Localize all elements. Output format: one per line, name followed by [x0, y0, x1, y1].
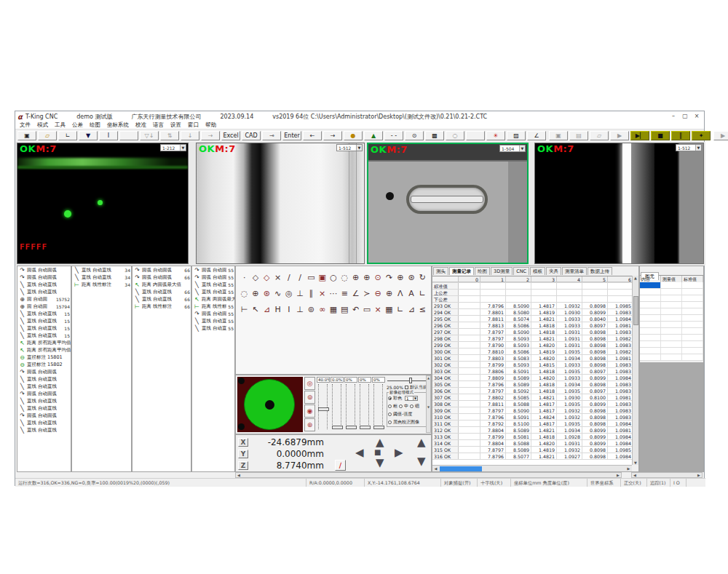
ring-light-indicator[interactable]: [237, 377, 303, 432]
list-item[interactable]: ↷圆弧自动圆弧55: [192, 274, 234, 281]
measurement-row[interactable]: 298 OK7.87978.50931.48211.09310.80981.09…: [432, 335, 632, 342]
updown-button[interactable]: ⇅: [160, 131, 179, 140]
table-tab-夹具[interactable]: 夹具: [546, 267, 561, 275]
tool-icon[interactable]: ⊛: [263, 289, 271, 298]
menu-item-校准[interactable]: 校准: [135, 121, 146, 129]
list-item[interactable]: ╲直线自动直线15: [17, 317, 71, 324]
tool-icon[interactable]: ▭: [307, 273, 315, 282]
tool-icon[interactable]: ⊕: [251, 289, 259, 298]
tool-icon[interactable]: ×: [374, 305, 382, 314]
master-light-slider[interactable]: [387, 378, 427, 383]
tool-icon[interactable]: ▦: [329, 305, 337, 314]
list-item[interactable]: ⊢距离线性标注55: [192, 303, 234, 310]
ring-select-button[interactable]: ⊚: [304, 391, 315, 404]
threshold-radio[interactable]: [388, 412, 392, 416]
measurement-row[interactable]: 301 OK7.88038.50831.48201.09340.80981.09…: [432, 355, 632, 362]
save2-button[interactable]: ▣: [549, 131, 568, 140]
list-item[interactable]: ↷圆弧自动圆弧: [17, 390, 71, 397]
list-item[interactable]: ⊖直径标注15801: [17, 354, 71, 361]
jog-down-icon[interactable]: ▼: [376, 458, 384, 467]
tool-icon[interactable]: Η: [274, 305, 282, 314]
light-panel-scrollbar[interactable]: ▲▼: [426, 375, 431, 433]
menu-item-文件[interactable]: 文件: [20, 121, 31, 129]
slider-track[interactable]: [318, 384, 328, 429]
list-item[interactable]: ╲直线自动直线55: [192, 288, 234, 295]
list-item[interactable]: ↷圆弧自动圆弧: [17, 412, 71, 419]
list-item[interactable]: ⊕圆自动圆15794: [17, 303, 71, 310]
tool-icon[interactable]: ⊖: [374, 289, 382, 298]
measurement-row[interactable]: 304 OK7.88098.50891.48201.09330.80991.09…: [432, 375, 632, 381]
list-item[interactable]: ↖距离所有距离平均值: [17, 346, 71, 354]
list-item[interactable]: ╲直线自动直线: [17, 281, 71, 288]
list-item[interactable]: ╲直线自动直线15: [17, 310, 71, 317]
list-item[interactable]: ╲直线自动直线: [17, 383, 71, 390]
jog-cross[interactable]: ▲ ▼ ◀ ▶ ■: [354, 438, 409, 470]
scroll-left-icon[interactable]: ◀: [432, 466, 439, 472]
measurement-row[interactable]: 293 OK7.87968.50901.48171.09320.80981.09…: [432, 303, 632, 309]
step-button[interactable]: ▶▏: [630, 131, 649, 140]
element-row[interactable]: [640, 295, 703, 302]
element-row[interactable]: [640, 315, 703, 322]
dash-button[interactable]: - -: [384, 131, 403, 140]
cad-button[interactable]: CAD: [242, 131, 261, 140]
tool-button[interactable]: ✦: [692, 131, 711, 140]
tool-icon[interactable]: ▤: [341, 305, 349, 314]
y-axis-button[interactable]: Y: [238, 450, 248, 458]
list-item[interactable]: ╲直线自动直线15: [17, 332, 71, 339]
list-item[interactable]: ╲直线自动直线15: [17, 324, 71, 332]
tool-icon[interactable]: ◇: [251, 273, 259, 282]
bottom-scrollbar-left[interactable]: ◀ ▶: [235, 472, 622, 478]
jog-z[interactable]: ▲ ▼: [415, 438, 430, 470]
table-tab-模板[interactable]: 模板: [530, 267, 545, 275]
list-item[interactable]: ╲直线自动直线66: [132, 295, 191, 303]
table-tab-CNC[interactable]: CNC: [513, 267, 529, 275]
list-item[interactable]: ↖距离两圆弧最大值: [192, 295, 234, 303]
pause-button[interactable]: ‖: [671, 131, 690, 140]
level-radio-细[interactable]: [410, 404, 414, 408]
slider-thumb[interactable]: [332, 426, 343, 429]
measurement-row[interactable]: 306 OK7.87978.50921.48181.09350.80971.09…: [432, 388, 632, 394]
list-item[interactable]: ↷圆弧自动圆弧: [17, 368, 71, 375]
tool-icon[interactable]: ⊕: [396, 273, 404, 282]
ring-select-button[interactable]: ◉: [304, 404, 315, 418]
x-axis-button[interactable]: X: [238, 438, 248, 447]
tool-icon[interactable]: ▭: [363, 305, 371, 314]
measurement-row[interactable]: 302 OK7.87998.50931.48151.09330.80981.09…: [432, 362, 632, 368]
measurement-row[interactable]: 309 OK7.87978.50901.48171.09320.80981.09…: [432, 407, 632, 414]
probe-down-button[interactable]: ▽↓: [140, 131, 159, 140]
tool-icon[interactable]: ⊥: [296, 289, 304, 298]
stop-button[interactable]: ■: [651, 131, 670, 140]
scroll-thumb[interactable]: [440, 466, 482, 471]
element-row[interactable]: [640, 341, 703, 348]
tool-icon[interactable]: ≤: [419, 305, 427, 314]
element-row[interactable]: [640, 322, 703, 328]
light-slider[interactable]: 0%: [358, 377, 371, 434]
menu-item-帮助[interactable]: 帮助: [205, 121, 216, 129]
black-image-radio[interactable]: [388, 420, 392, 424]
list-item[interactable]: ╲直线自动直线: [17, 426, 71, 434]
menu-item-坐标系统[interactable]: 坐标系统: [107, 121, 129, 129]
tool-icon[interactable]: ∕: [296, 273, 304, 282]
measurement-row[interactable]: 303 OK7.88068.50911.48181.09350.80971.09…: [432, 368, 632, 375]
tool-icon[interactable]: ⋯: [329, 289, 337, 298]
table-horizontal-scrollbar[interactable]: ◀ ▶: [432, 465, 632, 471]
element-row[interactable]: [640, 335, 703, 341]
slider-thumb[interactable]: [346, 426, 357, 429]
list-item[interactable]: ╲直线自动直线: [17, 404, 71, 412]
list-item[interactable]: ↖距离所有距离平均值: [17, 339, 71, 346]
list-item[interactable]: ⊖直径标注15802: [17, 361, 71, 368]
down-button[interactable]: ↓: [181, 131, 199, 140]
level-select[interactable]: 1▼: [405, 396, 418, 401]
scroll-left-icon[interactable]: ◀: [236, 473, 242, 478]
light-slider[interactable]: 0.0%: [331, 377, 344, 434]
menu-item-工具[interactable]: 工具: [55, 121, 66, 129]
menu-item-绘图[interactable]: 绘图: [90, 121, 100, 129]
scroll-right-icon[interactable]: ▶: [696, 473, 702, 478]
measurement-row[interactable]: 300 OK7.88108.50861.48191.09350.80981.09…: [432, 348, 632, 355]
camera-view-2[interactable]: OKM:7 1-512▼: [196, 143, 365, 264]
tool-icon[interactable]: A: [407, 289, 415, 298]
tool-icon[interactable]: ∞: [318, 305, 326, 314]
color-radio[interactable]: [388, 396, 392, 400]
element-row[interactable]: [640, 308, 703, 315]
enter-button[interactable]: Enter: [282, 131, 301, 140]
